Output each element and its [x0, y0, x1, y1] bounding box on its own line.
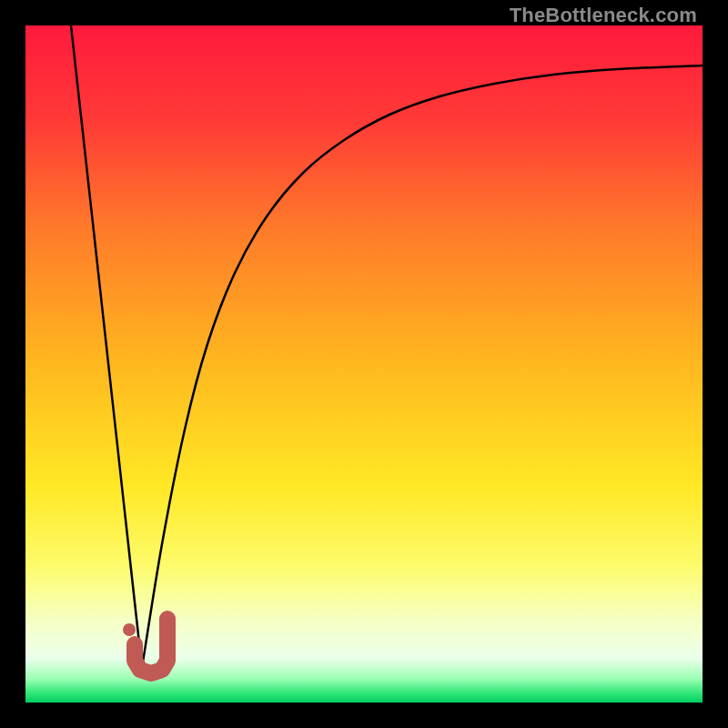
j-marker-dot [123, 623, 136, 636]
plot-frame [25, 25, 703, 703]
bottleneck-curve-chart [25, 25, 703, 703]
watermark: TheBottleneck.com [510, 4, 697, 27]
